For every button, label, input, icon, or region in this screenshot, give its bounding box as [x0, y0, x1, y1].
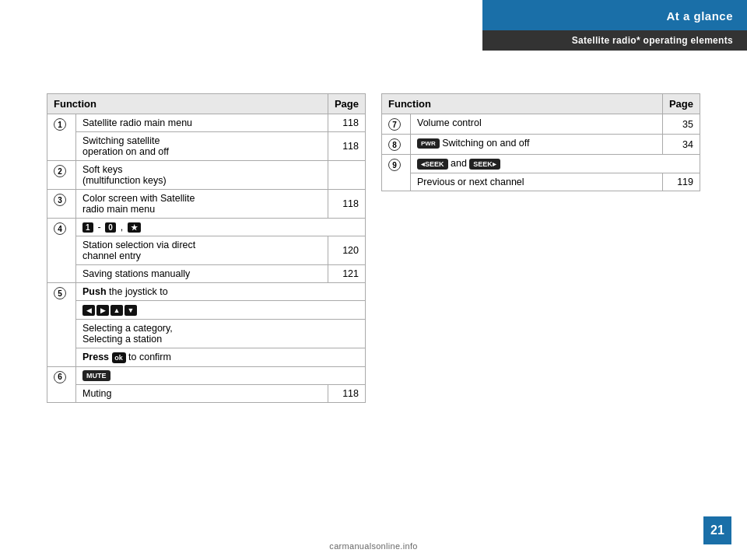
press-label: Press: [82, 352, 109, 362]
table-row: Saving stations manually 121: [47, 265, 366, 283]
table-row: Previous or next channel 119: [382, 173, 700, 191]
table-row: ◀ ▶ ▲ ▼: [47, 301, 366, 320]
row-num-8: 8: [382, 135, 411, 155]
arrow-group: ◀ ▶ ▲ ▼: [82, 305, 137, 316]
table-row: Muting 118: [47, 385, 366, 403]
push-label: Push: [82, 286, 107, 297]
circle-8: 8: [388, 138, 401, 151]
page-number: 21: [703, 516, 731, 544]
table-row: 6 MUTE: [47, 366, 366, 385]
left-table: Function Page 1 Satellite radio main men…: [47, 93, 366, 403]
circle-9: 9: [388, 159, 401, 171]
table-row: Switching satelliteoperation on and off …: [47, 132, 366, 161]
pwr-badge: PWR: [417, 138, 440, 149]
row-1-page-1: 118: [328, 114, 365, 132]
table-row: Selecting a category,Selecting a station: [47, 319, 366, 348]
table-row: 4 1 - 0 , ★: [47, 219, 366, 236]
arrow-left: ◀: [82, 305, 95, 316]
row-4-text-2: Saving stations manually: [76, 265, 328, 283]
row-4-text-1: Station selection via directchannel entr…: [76, 236, 328, 265]
badge-1: 1: [82, 222, 93, 233]
table-row: 7 Volume control 35: [382, 114, 700, 135]
row-5-press: Press ok to confirm: [76, 348, 366, 366]
row-num-1: 1: [47, 114, 76, 161]
row-4-badges: 1 - 0 , ★: [76, 219, 366, 236]
left-table-container: Function Page 1 Satellite radio main men…: [47, 93, 366, 403]
table-row: 5 Push the joystick to: [47, 283, 366, 301]
and-label: and: [451, 158, 469, 169]
row-num-3: 3: [47, 190, 76, 219]
switching-label: Switching on and off: [442, 138, 529, 149]
seek-plus-badge: SEEK▸: [469, 159, 500, 170]
row-2-page: [328, 161, 365, 190]
row-5-push: Push the joystick to: [76, 283, 366, 301]
row-1-text-2: Switching satelliteoperation on and off: [76, 132, 328, 161]
confirm-label: to confirm: [128, 352, 171, 362]
row-num-9: 9: [382, 155, 411, 191]
right-table-container: Function Page 7 Volume control 35 8: [381, 93, 700, 403]
right-table: Function Page 7 Volume control 35 8: [381, 93, 700, 191]
table-row: 9 ◂SEEK and SEEK▸: [382, 155, 700, 173]
arrow-up: ▲: [110, 305, 123, 316]
row-4-page-2: 121: [328, 265, 365, 283]
row-7-text: Volume control: [411, 114, 663, 135]
mute-badge: MUTE: [82, 370, 110, 381]
seek-minus-badge: ◂SEEK: [417, 159, 448, 170]
main-content: Function Page 1 Satellite radio main men…: [47, 93, 700, 403]
badge-0: 0: [105, 222, 116, 233]
circle-3: 3: [54, 194, 66, 206]
row-6-page: 118: [328, 385, 365, 403]
header-subtitle: Satellite radio* operating elements: [482, 30, 747, 51]
row-7-page: 35: [662, 114, 700, 135]
row-3-text: Color screen with Satelliteradio main me…: [76, 190, 328, 219]
table-row: 8 PWR Switching on and off 34: [382, 135, 700, 155]
right-col-page: Page: [662, 94, 700, 114]
circle-2: 2: [54, 165, 66, 177]
row-6-mute: MUTE: [76, 366, 366, 385]
header-bar: At a glance Satellite radio* operating e…: [482, 0, 747, 51]
circle-7: 7: [388, 118, 401, 131]
right-col-function: Function: [382, 94, 663, 114]
circle-4: 4: [54, 222, 66, 235]
row-5-arrows: ◀ ▶ ▲ ▼: [76, 301, 366, 320]
row-num-6: 6: [47, 366, 76, 403]
dash-separator: -: [98, 222, 104, 233]
row-2-text: Soft keys(multifunction keys): [76, 161, 328, 190]
row-5-selecting: Selecting a category,Selecting a station: [76, 319, 366, 348]
row-9-text: Previous or next channel: [411, 173, 663, 191]
table-row: 2 Soft keys(multifunction keys): [47, 161, 366, 190]
row-9-seek-badges: ◂SEEK and SEEK▸: [411, 155, 700, 173]
arrow-down: ▼: [124, 305, 137, 316]
row-4-page-1: 120: [328, 236, 365, 265]
row-num-4: 4: [47, 219, 76, 283]
row-3-page: 118: [328, 190, 365, 219]
row-6-muting: Muting: [76, 385, 328, 403]
circle-6: 6: [54, 371, 66, 383]
arrow-right: ▶: [96, 305, 109, 316]
row-8-text: PWR Switching on and off: [411, 135, 663, 155]
badge-star: ★: [128, 222, 142, 233]
row-num-2: 2: [47, 161, 76, 190]
table-row: 3 Color screen with Satelliteradio main …: [47, 190, 366, 219]
table-row: Station selection via directchannel entr…: [47, 236, 366, 265]
footer-watermark: carmanualsonline.info: [329, 541, 417, 551]
comma-separator: ,: [121, 222, 126, 233]
row-num-7: 7: [382, 114, 411, 135]
row-num-5: 5: [47, 283, 76, 366]
row-1-text-1: Satellite radio main menu: [76, 114, 328, 132]
circle-1: 1: [54, 118, 66, 131]
ok-badge: ok: [112, 352, 126, 363]
header-title: At a glance: [482, 0, 747, 30]
row-9-page: 119: [662, 173, 700, 191]
table-row: Press ok to confirm: [47, 348, 366, 366]
row-1-page-2: 118: [328, 132, 365, 161]
table-row: 1 Satellite radio main menu 118: [47, 114, 366, 132]
left-col-function: Function: [47, 94, 328, 114]
row-8-page: 34: [662, 135, 700, 155]
left-col-page: Page: [328, 94, 365, 114]
circle-5: 5: [54, 287, 66, 299]
